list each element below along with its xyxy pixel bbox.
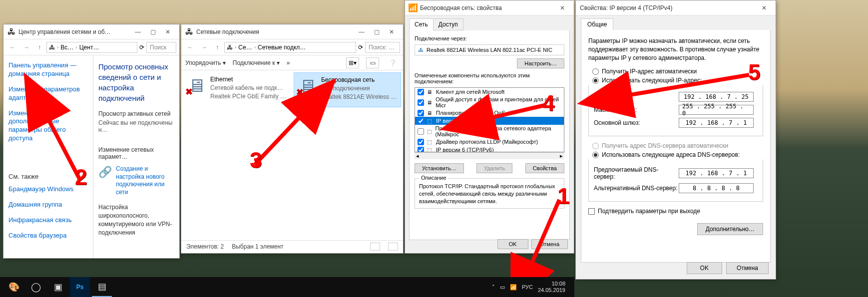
minimize-button[interactable]: — <box>130 25 145 39</box>
search-input[interactable]: Поиск <box>146 42 176 53</box>
organize-menu[interactable]: Упорядочить ▾ <box>185 59 226 66</box>
app-icon: 🖧 <box>7 28 15 36</box>
help-button[interactable]: ❔ <box>386 57 399 68</box>
validate-checkbox-row[interactable]: Подтвердить параметры при выходе <box>588 208 763 215</box>
titlebar[interactable]: 🖧 Центр управления сетями и об… — ▢ ✕ <box>3 24 179 39</box>
titlebar[interactable]: Свойства: IP версии 4 (TCP/IPv4) ✕ <box>576 0 776 15</box>
more-menu[interactable]: » <box>287 59 290 66</box>
clock[interactable]: 10:08 24.05.2019 <box>538 281 565 294</box>
component-item[interactable]: ⬚Протокол мультиплексора сетевого адапте… <box>415 125 564 138</box>
app-icon: 🖧 <box>49 44 55 51</box>
component-checkbox[interactable] <box>418 89 424 95</box>
not-connected-label: Сейчас вы не подключены н… <box>98 119 174 133</box>
ok-button[interactable]: OK <box>687 262 722 274</box>
maximize-button[interactable]: ▢ <box>145 25 160 39</box>
sidebar-item-infrared[interactable]: Инфракрасная связь <box>8 216 88 225</box>
dns2-input[interactable]: 8 . 8 . 8 . 8 <box>679 183 754 193</box>
radio-use-ip[interactable]: Использовать следующий IP-адрес: <box>592 77 763 84</box>
refresh-icon[interactable]: ⟳ <box>358 44 363 51</box>
close-button[interactable]: ✕ <box>160 25 175 39</box>
mask-input[interactable]: 255 . 255 . 255 . 0 <box>679 105 754 115</box>
wifi-icon: 📶 <box>409 4 417 12</box>
radio-use-dns[interactable]: Использовать следующие адреса DNS-сервер… <box>592 151 763 158</box>
minimize-button[interactable]: — <box>354 25 369 39</box>
sidebar-item-change-sharing[interactable]: Изменить дополнительные параметры общего… <box>8 109 88 143</box>
view-details-icon[interactable] <box>370 243 380 251</box>
component-checkbox[interactable] <box>418 118 424 124</box>
sidebar-item-home[interactable]: Панель управления — домашняя страница <box>8 61 88 78</box>
battery-icon[interactable]: ▭ <box>500 284 505 291</box>
component-item[interactable]: 🖥Планировщик пакетов QoS <box>415 109 564 117</box>
app-icon: 🖧 <box>227 44 233 51</box>
sidebar-item-change-adapter[interactable]: Изменение параметров адаптера <box>8 85 88 102</box>
component-item[interactable]: ⬚Драйвер протокола LLDP (Майкрософт) <box>415 138 564 146</box>
cancel-button[interactable]: Отмена <box>531 239 568 249</box>
titlebar[interactable]: 🖧 Сетевые подключения — ▢ ✕ <box>181 24 403 39</box>
new-connection-link[interactable]: 🔗 Создание и настройка нового подключени… <box>98 165 174 196</box>
search-input[interactable]: Поиск: … <box>365 42 400 53</box>
component-checkbox[interactable] <box>418 139 424 145</box>
component-checkbox[interactable] <box>418 147 424 153</box>
properties-button[interactable]: Свойства <box>525 163 564 173</box>
up-button[interactable]: ↑ <box>212 42 222 52</box>
titlebar[interactable]: 📶 Беспроводная сеть: свойства ✕ <box>405 0 574 15</box>
configure-button[interactable]: Настроить… <box>517 58 564 68</box>
component-item[interactable]: ⬚IP версии 6 (TCP/IPv6) <box>415 146 564 152</box>
back-button[interactable]: ← <box>6 41 18 53</box>
view-button[interactable]: ⊞▾ <box>346 57 359 68</box>
photoshop-icon[interactable]: Ps <box>70 277 90 297</box>
remove-button: Удалить <box>476 163 512 173</box>
sidebar-item-browser-props[interactable]: Свойства браузера <box>8 232 88 240</box>
dns1-input[interactable]: 192 . 168 . 7 . 1 <box>679 168 754 178</box>
ip-fields-group: IP-адрес:192 . 168 . 7 . 25 Маска подсет… <box>588 85 763 136</box>
close-button[interactable]: ✕ <box>757 1 772 15</box>
dns2-label: Альтернативный DNS-сервер: <box>594 185 679 192</box>
language-indicator[interactable]: РУС <box>522 284 533 290</box>
component-checkbox[interactable] <box>418 128 424 135</box>
adapter-ethernet[interactable]: 🖥✖ Ethernet Сетевой кабель не подк… Real… <box>183 72 291 107</box>
close-button[interactable]: ✕ <box>555 1 570 15</box>
component-item[interactable]: 🖥Клиент для сетей Microsoft <box>415 88 564 96</box>
sidebar-item-firewall[interactable]: Брандмауэр Windows <box>8 185 88 194</box>
chrome-icon[interactable]: ◯ <box>26 277 46 297</box>
toolbar: Упорядочить ▾ Подключение к ▾ » ⊞▾ ▭ ❔ <box>181 55 403 70</box>
tab-general[interactable]: Общие <box>581 18 613 30</box>
breadcrumb[interactable]: 🖧 › Се… › Сетевые подкл… <box>224 42 356 53</box>
component-checkbox[interactable] <box>418 110 424 116</box>
horizontal-scrollbar[interactable]: ◂▸ <box>415 152 564 159</box>
component-checkbox[interactable] <box>418 99 424 106</box>
install-button[interactable]: Установить… <box>415 163 464 173</box>
ok-button[interactable]: OK <box>497 239 528 249</box>
forward-button[interactable]: → <box>20 41 32 53</box>
connect-menu[interactable]: Подключение к ▾ <box>233 59 280 66</box>
tray-chevron-icon[interactable]: ˄ <box>492 284 495 291</box>
back-button[interactable]: ← <box>184 41 196 53</box>
advanced-button[interactable]: Дополнительно… <box>697 223 763 235</box>
page-heading: Просмотр основных сведений о сети и наст… <box>98 61 174 103</box>
close-button[interactable]: ✕ <box>384 25 399 39</box>
tab-access[interactable]: Доступ <box>433 18 463 30</box>
mask-label: Маска подсети: <box>594 106 679 113</box>
breadcrumb[interactable]: 🖧 › Вс… › Цент… <box>46 42 137 53</box>
adapter-wireless[interactable]: 🖥✖ Беспроводная сеть Нет подключения Rea… <box>294 72 401 107</box>
sidebar-item-homegroup[interactable]: Домашняя группа <box>8 201 88 209</box>
selection-count: Выбран 1 элемент <box>232 243 283 250</box>
gateway-input[interactable]: 192 . 168 . 7 . 1 <box>679 118 754 128</box>
paint-icon[interactable]: 🎨 <box>4 277 24 297</box>
tab-network[interactable]: Сеть <box>409 18 434 30</box>
components-list[interactable]: 🖥Клиент для сетей Microsoft 🖥Общий досту… <box>415 87 564 152</box>
forward-button[interactable]: → <box>198 41 210 53</box>
component-item-ipv4[interactable]: ⬚IP версии 4 (TCP/IPv4) <box>415 117 564 125</box>
cancel-button[interactable]: Отмена <box>726 262 769 274</box>
maximize-button[interactable]: ▢ <box>369 25 384 39</box>
explorer-icon[interactable]: ▤ <box>92 277 112 297</box>
wifi-tray-icon[interactable]: 📶 <box>510 284 517 291</box>
terminal-icon[interactable]: ▣ <box>48 277 68 297</box>
details-button[interactable]: ▭ <box>366 57 379 68</box>
up-button[interactable]: ↑ <box>34 42 44 52</box>
view-large-icon[interactable] <box>388 243 398 251</box>
radio-auto-ip[interactable]: Получить IP-адрес автоматически <box>592 68 763 75</box>
component-item[interactable]: 🖥Общий доступ к файлам и принтерам для с… <box>415 96 564 109</box>
ip-input[interactable]: 192 . 168 . 7 . 25 <box>679 92 754 102</box>
refresh-icon[interactable]: ⟳ <box>139 44 144 51</box>
